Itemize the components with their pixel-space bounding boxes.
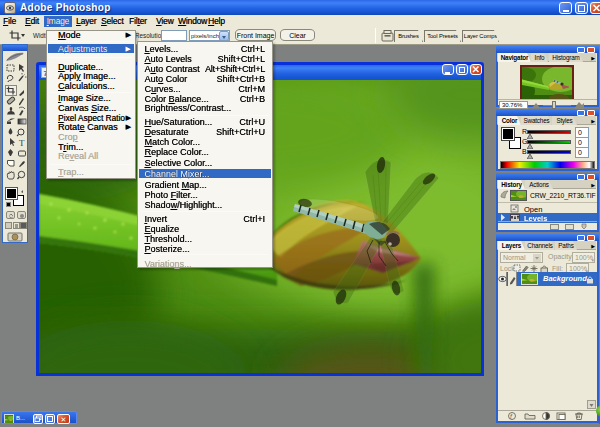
svg-text:f: f [510, 412, 513, 419]
svg-text:T: T [19, 138, 25, 148]
